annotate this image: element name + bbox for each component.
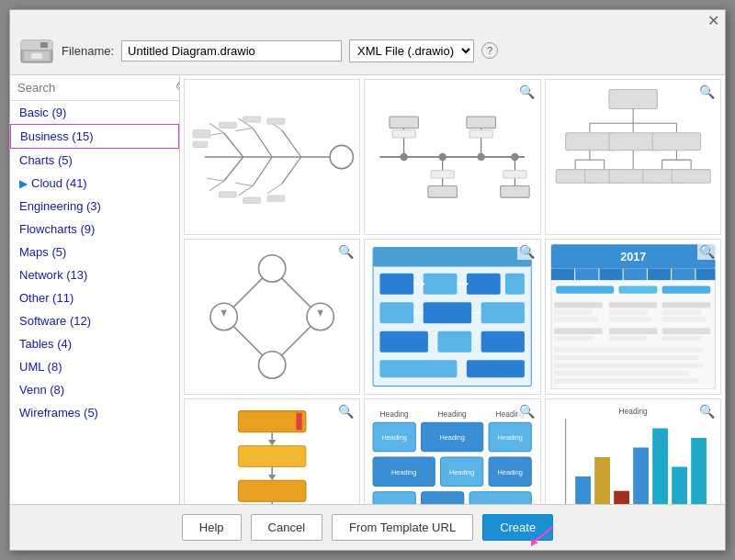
svg-line-16 [235, 129, 253, 131]
zoom-icon-5: 🔍 [517, 243, 537, 260]
sidebar-item-tables[interactable]: Tables (4) [10, 332, 179, 355]
svg-text:Heading: Heading [618, 407, 648, 416]
sidebar-item-flowcharts[interactable]: Flowcharts (9) [10, 218, 179, 241]
svg-rect-114 [662, 286, 710, 293]
svg-rect-106 [575, 269, 598, 281]
svg-point-76 [258, 255, 285, 282]
svg-rect-49 [609, 90, 658, 109]
search-input[interactable] [14, 77, 175, 98]
sidebar-item-cloud[interactable]: ▶ Cloud (41) [10, 172, 179, 195]
template-cell-9[interactable]: 🔍 Heading Jan [545, 398, 721, 504]
svg-text:Heading: Heading [382, 503, 407, 504]
template-cell-3[interactable]: 🔍 [545, 79, 721, 235]
svg-rect-86 [467, 274, 501, 295]
svg-text:Heading: Heading [498, 433, 523, 442]
svg-line-22 [267, 184, 282, 194]
template-cell-5[interactable]: 🔍 [364, 239, 540, 395]
svg-marker-137 [268, 440, 276, 445]
svg-line-18 [209, 181, 224, 191]
svg-rect-129 [662, 336, 700, 341]
sidebar-item-venn[interactable]: Venn (8) [10, 378, 179, 401]
svg-rect-111 [695, 269, 715, 281]
header-row: Filename: XML File (.drawio) ? [10, 28, 725, 74]
template-cell-2[interactable]: 🔍 [364, 79, 540, 235]
sidebar-item-network[interactable]: Network (13) [10, 263, 179, 286]
svg-rect-135 [238, 411, 306, 432]
create-button[interactable]: Create [482, 514, 553, 541]
svg-rect-27 [219, 192, 236, 197]
svg-rect-170 [594, 457, 610, 504]
sidebar-item-maps[interactable]: Maps (5) [10, 241, 179, 263]
zoom-icon-3: 🔍 [697, 84, 717, 100]
zoom-icon-9: 🔍 [697, 403, 717, 420]
svg-text:Heading: Heading [391, 468, 416, 476]
sidebar-list: Basic (9) Business (15) Charts (5) ▶ Clo… [10, 101, 179, 504]
svg-rect-84 [380, 274, 414, 295]
svg-line-20 [238, 186, 253, 196]
cancel-button[interactable]: Cancel [251, 514, 322, 541]
template-cell-4[interactable]: 🔍 [184, 239, 360, 395]
svg-rect-56 [609, 133, 658, 151]
svg-rect-36 [428, 186, 458, 198]
svg-rect-107 [599, 269, 622, 281]
svg-rect-175 [691, 438, 707, 504]
help-button[interactable]: Help [182, 514, 242, 541]
sidebar-item-wireframes[interactable]: Wireframes (5) [10, 401, 179, 424]
svg-text:Heading: Heading [380, 409, 410, 419]
svg-rect-132 [554, 363, 704, 367]
svg-rect-24 [193, 130, 210, 138]
close-button[interactable]: ✕ [707, 14, 719, 28]
svg-rect-105 [551, 269, 574, 281]
svg-rect-89 [424, 302, 472, 323]
filetype-select[interactable]: XML File (.drawio) [349, 39, 474, 62]
svg-rect-117 [554, 317, 597, 321]
svg-rect-130 [554, 348, 704, 353]
svg-rect-92 [438, 331, 472, 353]
sidebar-item-engineering[interactable]: Engineering (3) [10, 195, 179, 218]
svg-rect-123 [662, 317, 705, 321]
svg-rect-26 [219, 122, 236, 128]
svg-rect-119 [609, 310, 648, 315]
svg-line-21 [235, 183, 253, 185]
svg-text:Heading: Heading [382, 433, 407, 442]
svg-rect-118 [609, 302, 658, 308]
svg-rect-125 [554, 336, 593, 341]
cloud-icon: ▶ [19, 177, 28, 190]
template-url-button[interactable]: From Template URL [332, 514, 473, 541]
svg-rect-47 [469, 130, 492, 138]
svg-rect-112 [556, 286, 614, 293]
sidebar-item-charts[interactable]: Charts (5) [10, 149, 179, 172]
footer: Help Cancel From Template URL Create [10, 504, 725, 550]
svg-rect-48 [503, 171, 526, 178]
template-cell-8[interactable]: 🔍 Heading Heading Heading [364, 398, 540, 504]
svg-rect-28 [243, 117, 261, 122]
svg-line-11 [282, 130, 301, 157]
template-cell-6[interactable]: 🔍 2017 [545, 239, 721, 395]
svg-point-79 [258, 352, 285, 378]
svg-rect-141 [238, 480, 306, 501]
svg-rect-134 [554, 378, 699, 383]
sidebar-item-uml[interactable]: UML (8) [10, 355, 179, 378]
svg-rect-172 [633, 448, 649, 505]
help-icon[interactable]: ? [481, 42, 498, 59]
template-cell-1[interactable] [184, 79, 360, 235]
filename-label: Filename: [62, 44, 114, 58]
svg-rect-128 [662, 329, 710, 334]
svg-marker-140 [268, 475, 276, 480]
svg-rect-93 [481, 331, 525, 353]
svg-rect-45 [392, 130, 415, 138]
search-box: 🔍 [10, 75, 179, 101]
sidebar-item-software[interactable]: Software (12) [10, 309, 179, 332]
svg-text:Heading: Heading [440, 433, 465, 442]
sidebar-item-business[interactable]: Business (15) [10, 124, 179, 149]
svg-line-8 [224, 157, 243, 181]
sidebar-item-other[interactable]: Other (11) [10, 286, 179, 309]
dialog: ✕ Filename: XML File (.drawio) ? 🔍 Ba [9, 9, 726, 551]
zoom-icon-7: 🔍 [336, 403, 356, 420]
sidebar-item-basic[interactable]: Basic (9) [10, 101, 179, 124]
svg-rect-88 [380, 302, 414, 323]
template-cell-7[interactable]: 🔍 [184, 398, 360, 504]
svg-rect-110 [672, 269, 695, 281]
filename-input[interactable] [121, 40, 342, 62]
svg-rect-25 [193, 141, 208, 147]
